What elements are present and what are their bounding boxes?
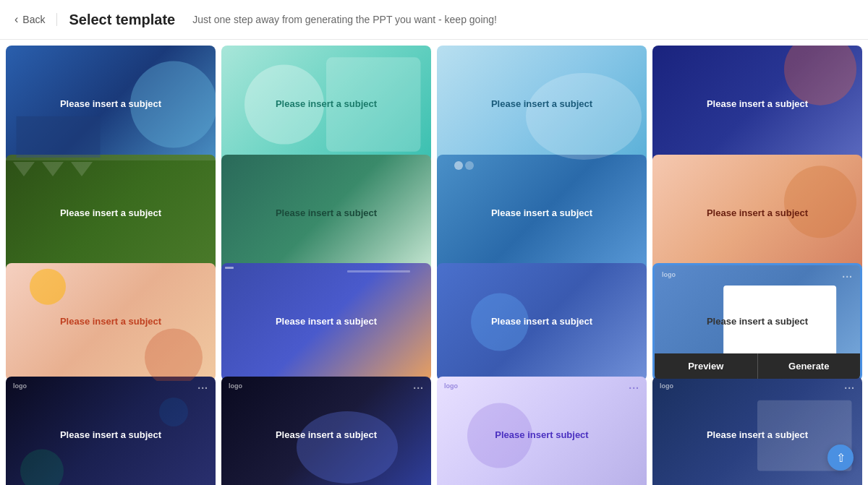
card-13-text: Please insert a subject [60,429,161,442]
template-card-1[interactable]: Please insert a subject [6,46,216,163]
card-12-action-bar: Preview Generate [655,353,860,379]
card-1-text: Please insert a subject [60,98,161,111]
card-12-text: Please insert a subject [707,315,808,328]
template-card-8[interactable]: Please insert a subject [652,155,862,272]
scroll-up-button[interactable]: ⇧ [827,445,854,471]
card-15-logo: logo [444,382,458,390]
card-11-text: Please insert a subject [491,315,592,328]
svg-point-12 [465,161,474,170]
template-card-7[interactable]: Please insert a subject [437,155,647,272]
template-card-13[interactable]: logo ··· Please insert a subject [6,377,216,486]
generate-button[interactable]: Generate [757,353,861,379]
svg-marker-7 [13,162,35,176]
card-13-logo: logo [13,382,27,390]
back-arrow-icon: ‹ [14,13,18,26]
card-14-text: Please insert a subject [276,429,377,442]
svg-point-20 [20,449,64,485]
template-card-6[interactable]: Please insert a subject [221,155,431,272]
card-10-text: Please insert a subject [276,315,377,328]
template-card-3[interactable]: Please insert a subject [437,46,647,163]
card-3-text: Please insert a subject [491,98,592,111]
template-card-2[interactable]: Please insert a subject [221,46,431,163]
svg-rect-1 [17,116,101,158]
svg-rect-17 [347,270,410,272]
page-subtitle: Just one step away from generating the P… [192,14,497,25]
template-card-16[interactable]: logo ··· Please insert a subject [652,377,862,486]
card-16-logo: logo [660,382,673,390]
card-16-text: Please insert a subject [707,429,808,442]
svg-marker-9 [71,162,93,176]
svg-point-22 [297,411,398,483]
svg-point-5 [784,46,856,106]
template-card-14[interactable]: logo ··· Please insert a subject [221,377,431,486]
card-8-text: Please insert a subject [707,207,808,220]
card-9-text: Please insert a subject [60,315,161,328]
svg-point-11 [454,161,463,170]
card-4-text: Please insert a subject [707,98,808,111]
preview-button[interactable]: Preview [655,353,757,379]
card-14-menu-icon: ··· [413,382,424,394]
template-card-12[interactable]: logo ··· Please insert a subject Preview… [652,263,862,381]
svg-point-15 [145,329,203,382]
card-15-text: Please insert subject [495,429,588,442]
svg-point-21 [159,397,188,426]
template-card-15[interactable]: logo ··· Please insert subject [437,377,647,486]
card-12-logo: logo [662,271,676,278]
card-16-menu-icon: ··· [844,382,855,394]
card-7-text: Please insert a subject [491,207,592,220]
card-15-menu-icon: ··· [629,382,639,394]
card-6-text: Please insert a subject [276,207,377,220]
template-card-4[interactable]: Please insert a subject [652,46,862,163]
card-13-menu-icon: ··· [197,382,208,394]
page-title: Select template [69,12,175,28]
card-2-text: Please insert a subject [276,98,377,111]
header: ‹ Back Select template Just one step awa… [0,0,868,40]
svg-point-4 [526,73,642,160]
card-12-menu-icon: ··· [842,271,853,283]
back-label: Back [22,14,45,25]
svg-rect-6 [6,155,216,160]
svg-rect-16 [225,267,234,269]
svg-marker-8 [42,162,64,176]
card-5-text: Please insert a subject [60,207,161,220]
template-card-10[interactable]: Please insert a subject [221,263,431,381]
template-card-11[interactable]: Please insert a subject [437,263,647,381]
back-button[interactable]: ‹ Back [14,13,57,26]
svg-point-13 [784,166,856,238]
template-card-9[interactable]: Please insert a subject [6,263,216,381]
template-card-5[interactable]: Please insert a subject [6,155,216,272]
template-grid: Please insert a subject Please insert a … [0,40,868,485]
svg-point-14 [30,269,66,305]
card-14-logo: logo [229,382,242,390]
